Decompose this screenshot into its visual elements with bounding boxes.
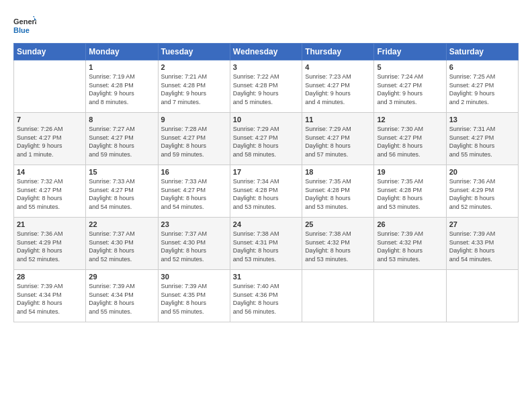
cell-content: Sunrise: 7:39 AM Sunset: 4:34 PM Dayligh…	[89, 282, 154, 316]
logo: General Blue	[13, 15, 36, 38]
cell-content: Sunrise: 7:39 AM Sunset: 4:32 PM Dayligh…	[377, 230, 443, 263]
page: General Blue SundayMondayTuesdayWednesda…	[0, 0, 532, 411]
day-number: 22	[89, 220, 154, 228]
calendar-cell: 25Sunrise: 7:38 AM Sunset: 4:32 PM Dayli…	[302, 218, 374, 270]
week-row-2: 7Sunrise: 7:26 AM Sunset: 4:27 PM Daylig…	[14, 113, 519, 165]
day-number: 9	[161, 116, 227, 124]
header: General Blue	[13, 12, 519, 38]
calendar-cell: 27Sunrise: 7:39 AM Sunset: 4:33 PM Dayli…	[446, 218, 518, 270]
day-number: 28	[17, 273, 83, 281]
day-header-monday: Monday	[86, 44, 158, 60]
day-number: 24	[233, 220, 299, 228]
calendar-cell: 21Sunrise: 7:36 AM Sunset: 4:29 PM Dayli…	[14, 218, 86, 270]
day-number: 15	[89, 168, 154, 176]
calendar-cell: 29Sunrise: 7:39 AM Sunset: 4:34 PM Dayli…	[86, 270, 158, 322]
day-number: 25	[305, 220, 371, 228]
day-number: 19	[377, 168, 443, 176]
calendar-cell: 24Sunrise: 7:38 AM Sunset: 4:31 PM Dayli…	[230, 218, 302, 270]
day-header-wednesday: Wednesday	[230, 44, 302, 60]
cell-content: Sunrise: 7:27 AM Sunset: 4:27 PM Dayligh…	[89, 125, 154, 158]
calendar-table: SundayMondayTuesdayWednesdayThursdayFrid…	[13, 43, 519, 322]
day-header-sunday: Sunday	[14, 44, 86, 60]
day-number: 1	[89, 63, 154, 71]
week-row-1: 1Sunrise: 7:19 AM Sunset: 4:28 PM Daylig…	[14, 60, 519, 113]
cell-content: Sunrise: 7:39 AM Sunset: 4:33 PM Dayligh…	[449, 230, 515, 263]
calendar-cell: 6Sunrise: 7:25 AM Sunset: 4:27 PM Daylig…	[446, 60, 518, 113]
day-number: 2	[161, 63, 227, 71]
cell-content: Sunrise: 7:39 AM Sunset: 4:34 PM Dayligh…	[17, 282, 83, 316]
day-number: 14	[17, 168, 83, 176]
cell-content: Sunrise: 7:19 AM Sunset: 4:28 PM Dayligh…	[89, 73, 154, 106]
cell-content: Sunrise: 7:22 AM Sunset: 4:28 PM Dayligh…	[233, 73, 299, 106]
calendar-cell: 3Sunrise: 7:22 AM Sunset: 4:28 PM Daylig…	[230, 60, 302, 113]
cell-content: Sunrise: 7:33 AM Sunset: 4:27 PM Dayligh…	[89, 177, 154, 211]
calendar-cell: 10Sunrise: 7:29 AM Sunset: 4:27 PM Dayli…	[230, 113, 302, 165]
cell-content: Sunrise: 7:26 AM Sunset: 4:27 PM Dayligh…	[17, 125, 83, 158]
cell-content: Sunrise: 7:30 AM Sunset: 4:27 PM Dayligh…	[377, 125, 443, 158]
calendar-cell: 2Sunrise: 7:21 AM Sunset: 4:28 PM Daylig…	[158, 60, 230, 113]
svg-text:Blue: Blue	[13, 26, 30, 34]
day-number: 26	[377, 220, 443, 228]
calendar-cell: 12Sunrise: 7:30 AM Sunset: 4:27 PM Dayli…	[374, 113, 446, 165]
day-number: 13	[449, 116, 515, 124]
day-number: 21	[17, 220, 83, 228]
week-row-4: 21Sunrise: 7:36 AM Sunset: 4:29 PM Dayli…	[14, 218, 519, 270]
cell-content: Sunrise: 7:35 AM Sunset: 4:28 PM Dayligh…	[305, 177, 371, 211]
cell-content: Sunrise: 7:31 AM Sunset: 4:27 PM Dayligh…	[449, 125, 515, 158]
cell-content: Sunrise: 7:28 AM Sunset: 4:27 PM Dayligh…	[161, 125, 227, 158]
day-header-thursday: Thursday	[302, 44, 374, 60]
day-header-tuesday: Tuesday	[158, 44, 230, 60]
calendar-cell: 28Sunrise: 7:39 AM Sunset: 4:34 PM Dayli…	[14, 270, 86, 322]
day-number: 7	[17, 116, 83, 124]
calendar-cell	[374, 270, 446, 322]
day-number: 8	[89, 116, 154, 124]
cell-content: Sunrise: 7:25 AM Sunset: 4:27 PM Dayligh…	[449, 73, 515, 106]
calendar-cell	[302, 270, 374, 322]
calendar-cell: 9Sunrise: 7:28 AM Sunset: 4:27 PM Daylig…	[158, 113, 230, 165]
day-number: 20	[449, 168, 515, 176]
cell-content: Sunrise: 7:21 AM Sunset: 4:28 PM Dayligh…	[161, 73, 227, 106]
day-number: 31	[233, 273, 299, 281]
cell-content: Sunrise: 7:23 AM Sunset: 4:27 PM Dayligh…	[305, 73, 371, 106]
day-number: 30	[161, 273, 227, 281]
day-number: 27	[449, 220, 515, 228]
cell-content: Sunrise: 7:36 AM Sunset: 4:29 PM Dayligh…	[449, 177, 515, 211]
cell-content: Sunrise: 7:37 AM Sunset: 4:30 PM Dayligh…	[161, 230, 227, 263]
day-number: 18	[305, 168, 371, 176]
cell-content: Sunrise: 7:24 AM Sunset: 4:27 PM Dayligh…	[377, 73, 443, 106]
day-number: 10	[233, 116, 299, 124]
day-number: 17	[233, 168, 299, 176]
day-number: 23	[161, 220, 227, 228]
day-number: 3	[233, 63, 299, 71]
logo-svg: General Blue	[13, 15, 36, 38]
day-number: 4	[305, 63, 371, 71]
cell-content: Sunrise: 7:32 AM Sunset: 4:27 PM Dayligh…	[17, 177, 83, 211]
cell-content: Sunrise: 7:36 AM Sunset: 4:29 PM Dayligh…	[17, 230, 83, 263]
day-number: 12	[377, 116, 443, 124]
header-row: SundayMondayTuesdayWednesdayThursdayFrid…	[14, 44, 519, 60]
calendar-cell: 30Sunrise: 7:39 AM Sunset: 4:35 PM Dayli…	[158, 270, 230, 322]
cell-content: Sunrise: 7:37 AM Sunset: 4:30 PM Dayligh…	[89, 230, 154, 263]
day-number: 5	[377, 63, 443, 71]
week-row-3: 14Sunrise: 7:32 AM Sunset: 4:27 PM Dayli…	[14, 165, 519, 218]
cell-content: Sunrise: 7:34 AM Sunset: 4:28 PM Dayligh…	[233, 177, 299, 211]
calendar-cell: 31Sunrise: 7:40 AM Sunset: 4:36 PM Dayli…	[230, 270, 302, 322]
cell-content: Sunrise: 7:29 AM Sunset: 4:27 PM Dayligh…	[305, 125, 371, 158]
calendar-cell: 13Sunrise: 7:31 AM Sunset: 4:27 PM Dayli…	[446, 113, 518, 165]
cell-content: Sunrise: 7:35 AM Sunset: 4:28 PM Dayligh…	[377, 177, 443, 211]
calendar-cell: 23Sunrise: 7:37 AM Sunset: 4:30 PM Dayli…	[158, 218, 230, 270]
cell-content: Sunrise: 7:40 AM Sunset: 4:36 PM Dayligh…	[233, 282, 299, 316]
calendar-cell: 7Sunrise: 7:26 AM Sunset: 4:27 PM Daylig…	[14, 113, 86, 165]
calendar-cell	[14, 60, 86, 113]
day-number: 11	[305, 116, 371, 124]
calendar-cell: 15Sunrise: 7:33 AM Sunset: 4:27 PM Dayli…	[86, 165, 158, 218]
cell-content: Sunrise: 7:38 AM Sunset: 4:32 PM Dayligh…	[305, 230, 371, 263]
calendar-cell	[446, 270, 518, 322]
week-row-5: 28Sunrise: 7:39 AM Sunset: 4:34 PM Dayli…	[14, 270, 519, 322]
calendar-cell: 17Sunrise: 7:34 AM Sunset: 4:28 PM Dayli…	[230, 165, 302, 218]
cell-content: Sunrise: 7:39 AM Sunset: 4:35 PM Dayligh…	[161, 282, 227, 316]
cell-content: Sunrise: 7:29 AM Sunset: 4:27 PM Dayligh…	[233, 125, 299, 158]
day-number: 29	[89, 273, 154, 281]
svg-text:General: General	[13, 17, 36, 26]
calendar-cell: 5Sunrise: 7:24 AM Sunset: 4:27 PM Daylig…	[374, 60, 446, 113]
